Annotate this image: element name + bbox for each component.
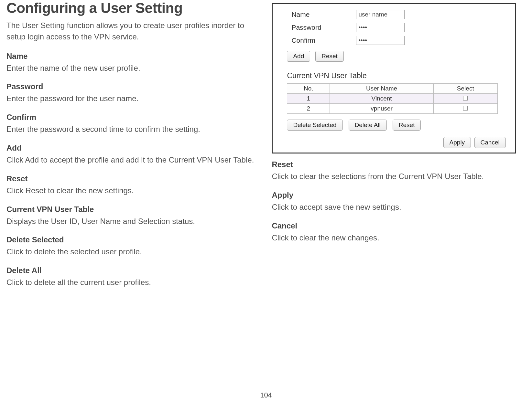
def-term-delete-all: Delete All <box>6 266 255 275</box>
select-checkbox[interactable] <box>463 96 468 100</box>
cell-no: 2 <box>287 104 330 114</box>
ui-panel: Name Password Confirm Add Reset Current … <box>272 3 516 153</box>
def-desc-add: Click Add to accept the profile and add … <box>6 154 255 166</box>
def-desc-table: Displays the User ID, User Name and Sele… <box>6 216 255 227</box>
def-term-name: Name <box>6 52 255 61</box>
def-term-password: Password <box>6 82 255 91</box>
def-term-apply: Apply <box>272 191 516 200</box>
def-desc-apply: Click to accept save the new settings. <box>272 202 516 213</box>
def-desc-reset: Click Reset to clear the new settings. <box>6 185 255 196</box>
page-title: Configuring a User Setting <box>6 0 255 16</box>
reset-table-button[interactable]: Reset <box>393 120 421 131</box>
def-term-delete-selected: Delete Selected <box>6 235 255 244</box>
def-desc-password: Enter the password for the user name. <box>6 93 255 104</box>
def-term-reset: Reset <box>6 174 255 183</box>
name-label: Name <box>291 11 356 18</box>
def-desc-confirm: Enter the password a second time to conf… <box>6 124 255 135</box>
cell-username: vpnuser <box>330 104 433 114</box>
table-row: 2 vpnuser <box>287 104 497 114</box>
def-desc-delete-selected: Click to delete the selected user profil… <box>6 246 255 258</box>
apply-button[interactable]: Apply <box>443 137 471 148</box>
def-desc-delete-all: Click to delete all the current user pro… <box>6 277 255 288</box>
col-username: User Name <box>330 84 433 94</box>
col-select: Select <box>433 84 497 94</box>
table-row: 1 Vincent <box>287 94 497 104</box>
delete-all-button[interactable]: Delete All <box>349 120 387 131</box>
def-term-reset2: Reset <box>272 160 516 169</box>
table-title: Current VPN User Table <box>280 71 507 80</box>
password-label: Password <box>291 24 356 31</box>
confirm-label: Confirm <box>291 37 356 44</box>
def-desc-cancel: Click to clear the new changes. <box>272 232 516 244</box>
reset-button[interactable]: Reset <box>315 51 344 62</box>
cell-username: Vincent <box>330 94 433 104</box>
def-term-cancel: Cancel <box>272 221 516 230</box>
col-no: No. <box>287 84 330 94</box>
select-checkbox[interactable] <box>463 106 468 111</box>
add-button[interactable]: Add <box>287 51 310 62</box>
def-term-table: Current VPN User Table <box>6 205 255 214</box>
def-term-confirm: Confirm <box>6 113 255 122</box>
page-number: 104 <box>260 391 272 399</box>
def-term-add: Add <box>6 143 255 153</box>
name-input[interactable] <box>356 10 405 19</box>
password-input[interactable] <box>356 23 405 32</box>
intro-text: The User Setting function allows you to … <box>6 20 255 43</box>
delete-selected-button[interactable]: Delete Selected <box>287 120 342 131</box>
def-desc-name: Enter the name of the new user profile. <box>6 63 255 74</box>
cancel-button[interactable]: Cancel <box>474 137 506 148</box>
cell-no: 1 <box>287 94 330 104</box>
vpn-user-table: No. User Name Select 1 Vincent 2 vpnuser <box>287 83 497 114</box>
def-desc-reset2: Click to clear the selections from the C… <box>272 171 516 182</box>
confirm-input[interactable] <box>356 36 405 45</box>
